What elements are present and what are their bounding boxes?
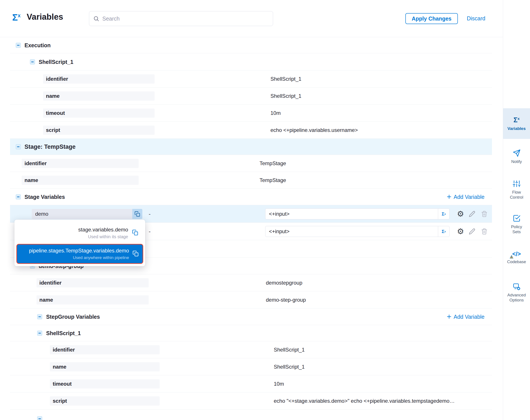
advanced-options-icon [513,283,521,290]
collapse-icon[interactable] [16,194,21,199]
tree-label: Execution [25,42,50,48]
copy-icon[interactable] [132,229,138,237]
delete-trash-icon[interactable] [481,228,487,235]
header: Σx Variables Apply Changes Discard [0,0,503,37]
add-variable-button[interactable]: Add Variable [446,194,485,200]
runtime-input-icon[interactable]: Σx [438,226,449,237]
field-row-identifier: identifier demostepgroup [10,274,492,291]
tree-row-stepgroup-variables: StepGroup Variables Add Variable [10,308,492,325]
variable-name-field[interactable]: demo [32,209,142,219]
field-row-identifier: identifier ShellScript_1 [10,341,492,358]
field-value: ShellScript_1 [274,364,305,370]
edit-pencil-icon[interactable] [469,211,475,217]
field-label-strip: timeout [43,108,155,118]
settings-gear-icon[interactable]: ⚙ [457,210,464,218]
field-row-name: name ShellScript_1 [10,358,492,375]
page-title: Variables [27,12,63,22]
rail-item-codebase[interactable]: </> Codebase [503,251,530,264]
stage-section-title: Stage: TempStage [25,143,76,150]
rail-item-variables[interactable]: Σx Variables [503,108,530,139]
field-value: ShellScript_1 [270,93,301,99]
field-row-timeout: timeout 10m [10,375,492,392]
codebase-icon: </> [512,251,521,257]
variable-separator: - [149,210,151,217]
flow-control-sliders-icon [513,180,521,188]
apply-changes-button[interactable]: Apply Changes [405,13,458,24]
field-label: script [43,127,60,133]
variable-path-option-selected[interactable]: pipeline.stages.TempStage.variables.demo… [17,245,143,263]
copy-icon[interactable] [132,251,139,257]
field-label: timeout [43,110,65,116]
field-value: TempStage [260,160,286,166]
field-row-timeout: timeout 10m [10,105,492,122]
field-label-strip: name [43,91,155,101]
search-icon [93,15,99,22]
field-value: demo-step-group [266,297,306,303]
variables-tree: Execution ShellScript_1 identifier Shell… [0,37,503,420]
field-label-strip: script [50,396,160,405]
collapse-icon[interactable] [16,144,21,149]
field-value: demostepgroup [266,280,302,286]
field-label-strip: identifier [37,278,149,287]
field-label: identifier [50,347,75,353]
field-row-script: script echo "<+stage.variables.demo>" ec… [10,392,492,409]
variables-sigma-icon: Σx [513,116,519,124]
variable-path-option[interactable]: stage.variables.demo Used within its sta… [17,222,143,244]
field-value: echo "<+stage.variables.demo>" echo <+pi… [274,398,455,404]
search-box[interactable] [89,11,273,26]
policy-check-icon [513,214,521,222]
variables-sigma-icon: Σx [12,12,21,23]
field-label-strip: script [43,126,155,135]
notify-send-icon [513,149,521,157]
field-label-strip: identifier [22,159,139,168]
collapse-icon[interactable] [37,330,42,336]
right-nav-rail: Σx Variables Notify Flow Control Policy … [503,0,530,420]
edit-pencil-icon[interactable] [469,228,475,235]
pipeline-variables-panel: Σx Variables Apply Changes Discard Execu… [0,0,530,420]
tree-label: ShellScript_1 [46,330,81,336]
field-value: TempStage [260,177,286,183]
add-variable-button[interactable]: Add Variable [446,314,485,320]
field-label: name [22,177,38,183]
path-text: pipeline.stages.TempStage.variables.demo [29,248,129,254]
rail-item-notify[interactable]: Notify [503,149,530,164]
runtime-input-icon[interactable]: Σx [438,209,449,219]
field-row-script: script echo <+pipeline.variables.usernam… [10,122,492,139]
settings-gear-icon[interactable]: ⚙ [457,227,464,235]
rail-item-policy-sets[interactable]: Policy Sets [503,214,530,234]
field-label-strip: timeout [50,379,160,389]
tree-label: ShellScript_1 [39,59,73,65]
tree-label: StepGroup Variables [46,314,100,320]
rail-item-advanced-options[interactable]: Advanced Options [503,283,530,302]
tree-row-execution: Execution [10,37,492,53]
tree-label: Stage Variables [25,194,65,200]
field-row-name: name demo-step-group [10,291,492,308]
field-row-identifier: identifier TempStage [10,155,492,172]
field-label-strip: name [37,295,149,304]
discard-link[interactable]: Discard [467,15,486,22]
rail-item-flow-control[interactable]: Flow Control [503,180,530,200]
collapse-icon[interactable] [37,314,42,319]
variable-value-input[interactable]: <+input> Σx [265,209,450,219]
search-input[interactable] [102,15,269,22]
field-label-strip: identifier [50,345,160,354]
delete-trash-icon[interactable] [481,211,487,217]
collapse-icon[interactable] [16,43,21,48]
field-label: name [50,364,66,370]
field-label: name [37,297,53,303]
tree-row-shellscript-2: ShellScript_1 [10,325,492,341]
collapse-icon[interactable] [30,59,35,64]
field-label-strip: name [22,176,139,185]
warning-icon [510,255,513,258]
copy-variable-button[interactable] [132,209,142,219]
collapse-icon[interactable] [37,416,42,420]
field-label: identifier [43,76,68,82]
field-label: identifier [22,160,46,166]
field-value: ShellScript_1 [274,347,305,353]
field-row-name: name TempStage [10,172,492,189]
partial-row [10,409,492,420]
plus-icon [446,314,452,319]
path-text: stage.variables.demo [78,227,128,233]
variable-separator: - [149,228,151,235]
variable-value-input[interactable]: <+input> Σx [265,226,450,237]
